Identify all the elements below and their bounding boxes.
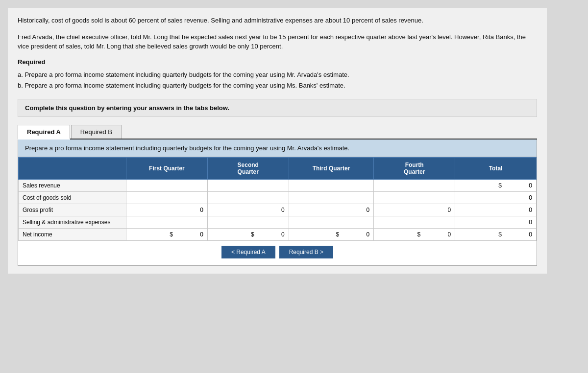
cell-gp-q4[interactable] [374, 204, 455, 216]
instruction-text: Complete this question by entering your … [25, 104, 229, 112]
cell-gp-q3[interactable] [289, 204, 374, 216]
cell-sales-total[interactable]: $ [455, 179, 537, 191]
instruction-box: Complete this question by entering your … [18, 99, 537, 117]
req-a-text: a. Prepare a pro forma income statement … [18, 70, 537, 80]
cell-ni-q3[interactable]: $ [289, 228, 374, 240]
tabs-container: Required A Required B [18, 125, 537, 140]
input-sales-total[interactable] [503, 182, 532, 189]
input-cogs-q4[interactable] [421, 194, 451, 201]
row-gross-profit: Gross profit [19, 204, 537, 216]
dollar-sales-total: $ [498, 182, 502, 189]
input-ni-q3[interactable] [340, 231, 369, 238]
col-header-third-quarter: Third Quarter [289, 157, 374, 179]
input-gp-total[interactable] [503, 207, 532, 213]
cell-ni-q1[interactable]: $ [126, 228, 208, 240]
input-gp-q1[interactable] [174, 207, 203, 213]
cell-ni-q4[interactable]: $ [374, 228, 455, 240]
dollar-ni-q3: $ [336, 231, 340, 238]
col-header-total: Total [455, 157, 537, 179]
dollar-ni-q2: $ [251, 231, 254, 238]
row-sales-revenue: Sales revenue $ [19, 179, 537, 191]
input-ni-q2[interactable] [255, 231, 285, 238]
label-cogs: Cost of goods sold [19, 191, 126, 204]
cell-sales-q4[interactable] [374, 179, 455, 191]
next-button[interactable]: Required B > [279, 246, 333, 258]
cell-sales-q3[interactable] [289, 179, 374, 191]
cell-cogs-q3[interactable] [289, 191, 374, 204]
input-sga-total[interactable] [503, 219, 532, 226]
input-cogs-q3[interactable] [340, 194, 369, 201]
cell-gp-total[interactable] [455, 204, 537, 216]
cell-cogs-q1[interactable] [126, 191, 208, 204]
input-ni-q1[interactable] [174, 231, 203, 238]
col-header-second-quarter: SecondQuarter [207, 157, 289, 179]
cell-sga-q2[interactable] [207, 216, 289, 228]
income-statement-table: First Quarter SecondQuarter Third Quarte… [18, 157, 537, 241]
prev-button[interactable]: < Required A [221, 246, 275, 258]
dollar-ni-total: $ [498, 231, 502, 238]
cell-ni-q2[interactable]: $ [207, 228, 289, 240]
label-net-income: Net income [19, 228, 126, 240]
input-sga-q1[interactable] [174, 219, 203, 226]
required-items: a. Prepare a pro forma income statement … [18, 70, 537, 91]
cell-sales-q2[interactable] [207, 179, 289, 191]
required-label: Required [18, 58, 537, 66]
cell-sga-q4[interactable] [374, 216, 455, 228]
input-cogs-q1[interactable] [174, 194, 203, 201]
input-sales-q2[interactable] [255, 182, 285, 189]
input-ni-q4[interactable] [421, 231, 451, 238]
label-sga: Selling & administrative expenses [19, 216, 126, 228]
input-sga-q3[interactable] [340, 219, 369, 226]
cell-gp-q1[interactable] [126, 204, 208, 216]
cell-ni-total[interactable]: $ [455, 228, 537, 240]
cell-sga-q1[interactable] [126, 216, 208, 228]
tab-description: Prepare a pro forma income statement inc… [18, 140, 537, 157]
cell-cogs-q4[interactable] [374, 191, 455, 204]
paragraph-2: Fred Arvada, the chief executive officer… [18, 32, 537, 51]
input-cogs-total[interactable] [503, 194, 532, 201]
row-cogs: Cost of goods sold [19, 191, 537, 204]
tab-required-b[interactable]: Required B [71, 125, 122, 139]
input-sales-q3[interactable] [340, 182, 369, 189]
cell-sga-q3[interactable] [289, 216, 374, 228]
cell-sales-q1[interactable] [126, 179, 208, 191]
col-header-fourth-quarter: FourthQuarter [374, 157, 455, 179]
tab-required-a[interactable]: Required A [18, 125, 70, 140]
input-gp-q3[interactable] [340, 207, 369, 213]
dollar-ni-q1: $ [170, 231, 173, 238]
input-sga-q4[interactable] [421, 219, 451, 226]
label-gross-profit: Gross profit [19, 204, 126, 216]
cell-cogs-total[interactable] [455, 191, 537, 204]
cell-sga-total[interactable] [455, 216, 537, 228]
cell-gp-q2[interactable] [207, 204, 289, 216]
row-net-income: Net income $ $ [19, 228, 537, 240]
req-b-text: b. Prepare a pro forma income statement … [18, 80, 537, 91]
input-cogs-q2[interactable] [255, 194, 285, 201]
cell-cogs-q2[interactable] [207, 191, 289, 204]
dollar-ni-q4: $ [417, 231, 420, 238]
input-sales-q4[interactable] [421, 182, 451, 189]
input-sga-q2[interactable] [255, 219, 285, 226]
page-container: Historically, cost of goods sold is abou… [8, 8, 547, 274]
col-header-first-quarter: First Quarter [126, 157, 208, 179]
input-ni-total[interactable] [503, 231, 532, 238]
col-header-label [19, 157, 126, 179]
paragraph-1: Historically, cost of goods sold is abou… [18, 16, 537, 25]
label-sales-revenue: Sales revenue [19, 179, 126, 191]
input-gp-q4[interactable] [421, 207, 451, 213]
row-sga: Selling & administrative expenses [19, 216, 537, 228]
tab-content: Prepare a pro forma income statement inc… [18, 140, 537, 266]
input-gp-q2[interactable] [255, 207, 285, 213]
input-sales-q1[interactable] [174, 182, 203, 189]
nav-buttons: < Required A Required B > [18, 241, 537, 265]
